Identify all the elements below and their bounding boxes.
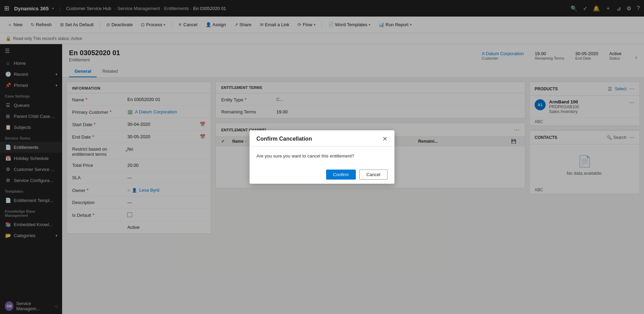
modal-close-button[interactable]: ✕ xyxy=(382,136,388,142)
modal-body: Are you sure you want to cancel this ent… xyxy=(250,146,394,165)
modal-title: Confirm Cancellation xyxy=(256,136,312,142)
modal-confirm-button[interactable]: Confirm xyxy=(326,170,356,180)
modal-footer: Confirm Cancel xyxy=(250,165,394,184)
modal-overlay[interactable]: Confirm Cancellation ✕ Are you sure you … xyxy=(0,0,644,314)
modal-message: Are you sure you want to cancel this ent… xyxy=(256,153,354,159)
modal-header: Confirm Cancellation ✕ xyxy=(250,130,394,146)
confirm-cancellation-modal: Confirm Cancellation ✕ Are you sure you … xyxy=(250,130,394,184)
modal-cancel-button[interactable]: Cancel xyxy=(359,170,388,180)
